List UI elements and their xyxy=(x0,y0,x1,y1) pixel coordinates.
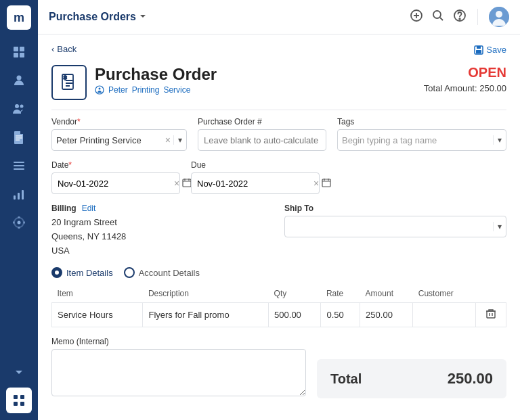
svg-rect-1 xyxy=(20,47,24,51)
page-title[interactable]: Purchase Orders xyxy=(49,11,147,23)
billing-label: Billing xyxy=(51,204,77,213)
row-rate[interactable]: 0.50 xyxy=(321,303,360,327)
svg-point-26 xyxy=(496,11,502,18)
row-delete-button[interactable] xyxy=(475,303,506,327)
po-label: Purchase Order # xyxy=(198,117,326,126)
breadcrumb-service[interactable]: Service xyxy=(163,85,190,97)
sidebar-item-accounts[interactable] xyxy=(6,68,32,93)
doc-total-display: Total Amount: 250.00 xyxy=(424,83,506,93)
memo-total-row: Memo (Internal) Total 250.00 xyxy=(51,337,506,398)
vendor-dropdown-button[interactable]: ▾ xyxy=(173,135,182,145)
svg-point-33 xyxy=(99,88,101,90)
back-label: Back xyxy=(57,44,77,54)
status-badge: OPEN xyxy=(468,65,506,80)
doc-status-area: OPEN Total Amount: 250.00 xyxy=(424,65,506,93)
tab-account-details-label: Account Details xyxy=(139,268,200,278)
save-button[interactable]: Save xyxy=(474,45,506,55)
svg-rect-17 xyxy=(14,395,18,399)
ship-to-group: Ship To ▾ xyxy=(284,204,506,258)
date-group: Date* × xyxy=(51,160,180,194)
table-row: Service Hours Flyers for Fall promo 500.… xyxy=(52,303,506,327)
date-clear-button[interactable]: × xyxy=(174,178,179,189)
memo-textarea[interactable] xyxy=(51,349,306,396)
tab-account-details[interactable]: Account Details xyxy=(124,267,200,278)
date-input[interactable] xyxy=(58,179,171,189)
row-customer[interactable] xyxy=(413,303,476,327)
date-row: Date* × Due × xyxy=(51,160,506,194)
due-input[interactable] xyxy=(197,179,311,189)
sidebar-item-expand[interactable] xyxy=(6,359,32,385)
breadcrumb-icon xyxy=(95,85,104,97)
tags-label: Tags xyxy=(337,117,506,126)
main-content: Purchase Orders xyxy=(38,0,520,420)
svg-rect-29 xyxy=(476,50,481,53)
tab-item-details[interactable]: Item Details xyxy=(51,267,113,278)
ship-to-label: Ship To xyxy=(284,204,506,213)
due-calendar-icon[interactable] xyxy=(322,178,331,189)
sidebar-item-contacts[interactable] xyxy=(6,96,32,122)
breadcrumb-peter[interactable]: Peter xyxy=(108,85,128,97)
ship-to-select[interactable]: ▾ xyxy=(284,216,506,237)
tags-select[interactable]: Begin typing a tag name ▾ xyxy=(337,129,506,151)
sidebar-item-dashboard[interactable] xyxy=(6,39,32,65)
tabs-row: Item Details Account Details xyxy=(51,267,506,278)
breadcrumb-printing[interactable]: Printing xyxy=(132,85,160,97)
sidebar-item-grid[interactable] xyxy=(6,388,32,413)
svg-rect-19 xyxy=(14,402,18,406)
due-clear-button[interactable]: × xyxy=(313,178,319,189)
svg-rect-20 xyxy=(20,402,24,406)
billing-group: Billing Edit 20 Ingram Street Queens, NY… xyxy=(51,204,274,258)
vendor-clear-button[interactable]: × xyxy=(165,135,171,145)
user-avatar[interactable] xyxy=(489,7,509,27)
svg-rect-15 xyxy=(22,190,24,200)
doc-breadcrumb: Peter Printing Service xyxy=(95,85,424,97)
po-input[interactable] xyxy=(198,129,326,151)
svg-rect-3 xyxy=(20,53,24,57)
col-amount: Amount xyxy=(360,285,413,303)
row-qty[interactable]: 500.00 xyxy=(269,303,321,327)
vendor-select[interactable]: Peter Printing Service × ▾ xyxy=(51,129,187,151)
svg-point-5 xyxy=(15,104,19,108)
vendor-row: Vendor* Peter Printing Service × ▾ Purch… xyxy=(51,117,506,151)
title-chevron-icon[interactable] xyxy=(139,11,147,23)
sidebar-item-settings[interactable] xyxy=(6,210,32,235)
total-value-text: 250.00 xyxy=(479,83,506,93)
date-input-wrapper[interactable]: × xyxy=(51,172,180,194)
save-icon xyxy=(474,45,483,55)
svg-rect-10 xyxy=(14,162,24,163)
row-description[interactable]: Flyers for Fall promo xyxy=(143,303,269,327)
sidebar-item-reports[interactable] xyxy=(6,181,32,207)
due-input-wrapper[interactable]: × xyxy=(191,172,320,194)
billing-header: Billing Edit xyxy=(51,204,274,213)
svg-rect-13 xyxy=(14,195,16,200)
back-button[interactable]: ‹ Back xyxy=(51,44,77,54)
top-bar-icons xyxy=(410,7,509,27)
help-icon[interactable] xyxy=(453,9,467,26)
add-icon[interactable] xyxy=(410,9,423,26)
due-group: Due × xyxy=(191,160,320,194)
svg-point-6 xyxy=(20,105,24,108)
doc-header: $ Purchase Order Peter Printing Service … xyxy=(51,65,506,100)
sidebar-item-documents[interactable] xyxy=(6,124,32,150)
tab-radio-item-details xyxy=(51,267,62,278)
items-table: Item Description Qty Rate Amount Custome… xyxy=(51,285,506,327)
total-label-text: Total Amount: xyxy=(424,83,477,93)
tags-placeholder: Begin typing a tag name xyxy=(342,135,490,145)
top-bar: Purchase Orders xyxy=(38,0,520,34)
svg-rect-35 xyxy=(322,179,330,187)
save-label: Save xyxy=(486,45,506,55)
row-item[interactable]: Service Hours xyxy=(52,303,143,327)
ship-to-dropdown-button[interactable]: ▾ xyxy=(493,222,502,231)
vendor-group: Vendor* Peter Printing Service × ▾ xyxy=(51,117,187,151)
total-box-value: 250.00 xyxy=(448,370,493,388)
col-customer: Customer xyxy=(413,285,476,303)
po-number-group: Purchase Order # xyxy=(198,117,326,151)
billing-edit-button[interactable]: Edit xyxy=(82,204,96,213)
doc-icon: $ xyxy=(51,65,87,100)
col-rate: Rate xyxy=(321,285,360,303)
app-logo[interactable]: m xyxy=(7,5,31,30)
sidebar-item-table[interactable] xyxy=(6,153,32,179)
tags-dropdown-button[interactable]: ▾ xyxy=(493,135,502,145)
memo-group: Memo (Internal) xyxy=(51,337,306,398)
search-icon[interactable] xyxy=(431,9,445,26)
